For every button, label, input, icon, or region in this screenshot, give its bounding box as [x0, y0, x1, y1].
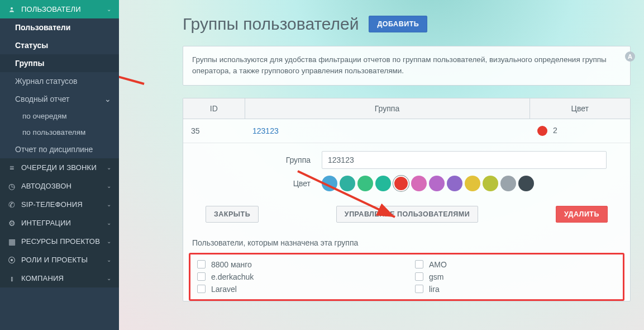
delete-button[interactable]: УДАЛИТЬ: [556, 206, 608, 223]
user-checkbox[interactable]: [415, 272, 423, 281]
chevron-down-icon: ⌄: [107, 164, 111, 171]
sidebar-section-label: ОЧЕРЕДИ И ЗВОНКИ: [21, 163, 101, 172]
sidebar-section-label: ИНТЕГРАЦИИ: [21, 219, 101, 227]
users-col-left: 8800 мангоe.derkachukLaravel: [197, 260, 415, 294]
user-checkbox[interactable]: [415, 285, 423, 293]
grid-icon: ▦: [8, 238, 16, 246]
color-swatch[interactable]: [322, 176, 337, 191]
user-label: AMO: [429, 260, 447, 269]
user-label: Laravel: [211, 285, 237, 294]
users-assigned-label: Пользователи, которым назначена эта груп…: [183, 238, 630, 253]
sidebar-section-users[interactable]: ПОЛЬЗОВАТЕЛИ ⌄: [0, 0, 119, 18]
col-id: ID: [183, 98, 245, 119]
col-color: Цвет: [529, 98, 630, 119]
sidebar-section-company[interactable]: ⫾ КОМПАНИЯ ⌄: [0, 269, 119, 287]
sidebar-section-sip[interactable]: ✆ SIP-ТЕЛЕФОНИЯ ⌄: [0, 195, 119, 214]
chevron-down-icon: ⌄: [107, 275, 111, 281]
sidebar-section-label: РЕСУРСЫ ПРОЕКТОВ: [21, 237, 101, 246]
user-checkbox[interactable]: [197, 285, 206, 293]
sidebar-item-statuses[interactable]: Статусы: [0, 36, 119, 54]
sidebar-item-status-log[interactable]: Журнал статусов: [0, 72, 119, 90]
sidebar-section-label: РОЛИ И ПРОЕКТЫ: [21, 256, 101, 264]
user-checkbox[interactable]: [197, 260, 206, 268]
sidebar-item-summary-report[interactable]: Сводный отчет⌄: [0, 90, 119, 108]
color-swatch[interactable]: [411, 176, 427, 191]
sidebar: ПОЛЬЗОВАТЕЛИ ⌄ Пользователи Статусы Груп…: [0, 0, 119, 330]
sidebar-section-queues[interactable]: ≡ ОЧЕРЕДИ И ЗВОНКИ ⌄: [0, 158, 119, 177]
color-swatches: [322, 176, 621, 191]
manage-users-button[interactable]: УПРАВЛЕНИЕ ПОЛЬЗОВАТЕЛЯМИ: [336, 206, 478, 223]
cell-count: 2: [553, 126, 557, 135]
group-link[interactable]: 123123: [252, 126, 279, 135]
help-badge[interactable]: A: [625, 51, 635, 62]
chevron-down-icon: ⌄: [104, 95, 111, 103]
sidebar-item-by-queues[interactable]: по очередям: [0, 108, 119, 124]
sidebar-section-label: АВТОДОЗВОН: [21, 182, 101, 190]
users-col-right: AMOgsmlira: [415, 260, 616, 294]
user-checkbox[interactable]: [415, 260, 423, 268]
color-swatch[interactable]: [357, 176, 373, 191]
color-swatch[interactable]: [375, 176, 391, 191]
color-swatch[interactable]: [447, 176, 462, 191]
color-swatch[interactable]: [429, 176, 445, 191]
user-item: Laravel: [197, 285, 415, 294]
form-row-group: Группа: [183, 148, 630, 172]
user-label: e.derkachuk: [211, 272, 254, 281]
color-swatch[interactable]: [500, 176, 516, 191]
annotation-arrow: [119, 58, 150, 94]
main-content: A Группы пользователей ДОБАВИТЬ Группы и…: [119, 0, 644, 330]
sidebar-item-groups[interactable]: Группы: [0, 54, 119, 72]
info-panel: Группы используются для удобства фильтра…: [183, 46, 631, 86]
sidebar-section-integrations[interactable]: ⚙ ИНТЕГРАЦИИ ⌄: [0, 214, 119, 232]
col-group: Группа: [245, 98, 529, 119]
sidebar-item-users[interactable]: Пользователи: [0, 18, 119, 36]
color-swatch[interactable]: [518, 176, 534, 191]
sidebar-section-roles[interactable]: ⦿ РОЛИ И ПРОЕКТЫ ⌄: [0, 251, 119, 269]
chevron-down-icon: ⌄: [107, 183, 111, 189]
chevron-down-icon: ⌄: [107, 6, 111, 12]
color-swatch[interactable]: [465, 176, 480, 191]
cell-id: 35: [183, 119, 245, 143]
phone-icon: ✆: [8, 201, 16, 209]
color-swatch[interactable]: [340, 176, 355, 191]
add-button[interactable]: ДОБАВИТЬ: [369, 16, 427, 32]
gears-icon: ⚙: [8, 219, 16, 227]
user-checkbox[interactable]: [197, 272, 206, 281]
user-label: lira: [429, 285, 440, 294]
clock-icon: ◷: [8, 182, 16, 190]
title-row: Группы пользователей ДОБАВИТЬ: [183, 15, 631, 34]
user-icon: [8, 6, 16, 13]
chevron-down-icon: ⌄: [107, 220, 111, 226]
sidebar-section-label: КОМПАНИЯ: [21, 274, 101, 282]
label-group: Группа: [192, 155, 322, 164]
user-item: AMO: [415, 260, 616, 269]
svg-line-1: [119, 62, 144, 84]
users-box: 8800 мангоe.derkachukLaravel AMOgsmlira: [189, 253, 624, 301]
close-button[interactable]: ЗАКРЫТЬ: [206, 206, 259, 223]
sidebar-section-autodial[interactable]: ◷ АВТОДОЗВОН ⌄: [0, 177, 119, 195]
cell-group: 123123: [245, 119, 529, 143]
toggle-icon: ⦿: [8, 256, 16, 264]
chevron-down-icon: ⌄: [107, 257, 111, 263]
sidebar-section-resources[interactable]: ▦ РЕСУРСЫ ПРОЕКТОВ ⌄: [0, 232, 119, 251]
group-name-input[interactable]: [322, 151, 607, 169]
user-label: gsm: [429, 272, 443, 281]
user-item: 8800 манго: [197, 260, 415, 269]
form-row-color: Цвет: [183, 172, 630, 195]
color-swatch[interactable]: [483, 176, 498, 191]
chevron-down-icon: ⌄: [107, 238, 111, 244]
svg-point-0: [11, 7, 13, 10]
sidebar-item-discipline-report[interactable]: Отчет по дисциплине: [0, 140, 119, 158]
groups-card: ID Группа Цвет 35 123123 2 Группа Цвет: [183, 98, 631, 301]
list-icon: ≡: [8, 164, 16, 172]
page-title: Группы пользователей: [183, 15, 359, 34]
color-dot: [537, 126, 547, 136]
user-item: lira: [415, 285, 616, 294]
sidebar-item-by-users[interactable]: по пользователям: [0, 124, 119, 140]
sidebar-section-label: SIP-ТЕЛЕФОНИЯ: [21, 200, 101, 209]
cell-color: 2: [529, 119, 630, 143]
table-row[interactable]: 35 123123 2: [183, 119, 630, 143]
groups-table: ID Группа Цвет 35 123123 2: [183, 98, 630, 143]
color-swatch[interactable]: [393, 176, 409, 191]
user-item: e.derkachuk: [197, 272, 415, 281]
